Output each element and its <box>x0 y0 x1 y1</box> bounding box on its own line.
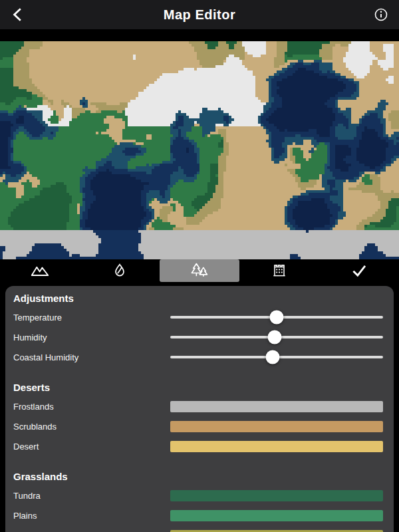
tundra-row: Tundra <box>13 485 383 505</box>
scrublands-label: Scrublands <box>13 422 57 432</box>
slider-thumb[interactable] <box>270 311 284 325</box>
section-heading: Adjustments <box>13 293 383 305</box>
humidity-row: Humidity <box>13 327 383 347</box>
editor-toolbar <box>0 259 399 282</box>
plains-color-button[interactable] <box>170 510 383 521</box>
scrublands-color-button[interactable] <box>170 421 383 432</box>
tundra-color-button[interactable] <box>170 490 383 501</box>
savannah-row: Savannah <box>13 525 383 532</box>
section-adjustments: Adjustments Temperature Humidity Coastal… <box>13 293 383 367</box>
buildings-icon <box>271 262 288 279</box>
chevron-left-icon <box>9 6 27 23</box>
plains-label: Plains <box>13 511 37 521</box>
info-icon <box>373 7 389 23</box>
savannah-color-button[interactable] <box>170 530 383 532</box>
back-button[interactable] <box>5 2 31 27</box>
slider-thumb[interactable] <box>267 331 281 344</box>
tab-confirm[interactable] <box>319 259 399 282</box>
tab-climate[interactable] <box>80 259 160 282</box>
info-button[interactable] <box>368 2 394 27</box>
tab-terrain[interactable] <box>0 259 80 282</box>
section-heading: Grasslands <box>13 471 383 483</box>
coastal-humidity-row: Coastal Humidity <box>13 347 383 367</box>
desert-row: Desert <box>13 436 383 456</box>
coastal-humidity-slider[interactable] <box>170 347 383 367</box>
humidity-slider[interactable] <box>170 327 383 347</box>
frostlands-color-button[interactable] <box>170 401 383 412</box>
leaf-droplet-icon <box>111 262 128 279</box>
section-grasslands: Grasslands Tundra Plains Savannah <box>13 471 383 532</box>
page-title: Map Editor <box>164 7 235 23</box>
checkmark-icon <box>350 262 368 279</box>
desert-color-button[interactable] <box>170 441 383 452</box>
world-map[interactable] <box>0 41 399 259</box>
plains-row: Plains <box>13 505 383 525</box>
scrublands-row: Scrublands <box>13 416 383 436</box>
top-bar: Map Editor <box>0 0 399 29</box>
tab-biomes[interactable] <box>160 259 239 282</box>
tab-structures[interactable] <box>239 259 319 282</box>
frostlands-label: Frostlands <box>13 402 54 412</box>
temperature-label: Temperature <box>13 313 62 323</box>
section-heading: Deserts <box>13 382 383 394</box>
tundra-label: Tundra <box>13 491 41 501</box>
coastal-humidity-label: Coastal Humidity <box>13 352 78 362</box>
settings-panel[interactable]: Adjustments Temperature Humidity Coastal… <box>5 286 394 532</box>
temperature-row: Temperature <box>13 307 383 327</box>
section-deserts: Deserts Frostlands Scrublands Desert <box>13 382 383 456</box>
mountains-icon <box>31 261 49 280</box>
desert-label: Desert <box>13 442 39 452</box>
frostlands-row: Frostlands <box>13 396 383 416</box>
humidity-label: Humidity <box>13 332 47 342</box>
slider-thumb[interactable] <box>265 350 279 364</box>
pine-trees-icon <box>190 261 209 280</box>
temperature-slider[interactable] <box>170 307 383 327</box>
